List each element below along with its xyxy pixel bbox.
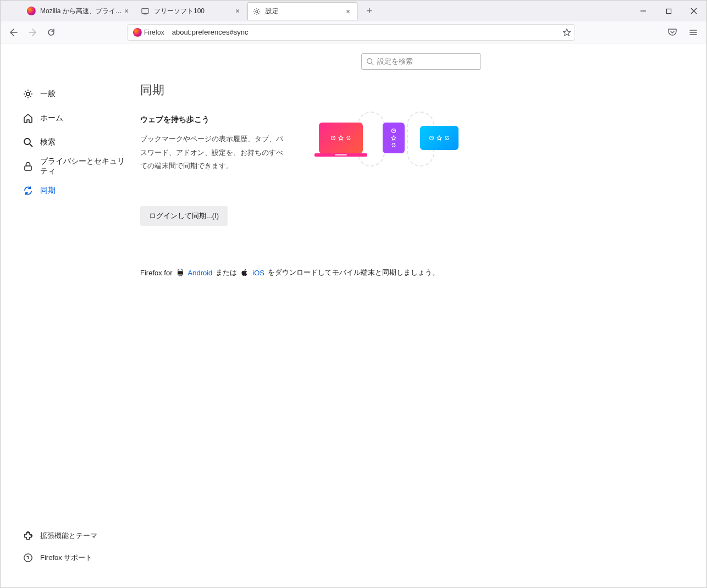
- svg-rect-15: [25, 166, 31, 170]
- tablet-icon: [383, 123, 405, 153]
- svg-point-2: [256, 10, 258, 12]
- hamburger-menu-icon[interactable]: [684, 24, 702, 41]
- sync-icon: [23, 185, 34, 196]
- window-controls: [631, 1, 706, 21]
- lock-icon: [23, 161, 34, 172]
- sidebar-item-search[interactable]: 検索: [23, 130, 127, 154]
- android-link[interactable]: Android: [188, 269, 213, 277]
- svg-line-11: [372, 63, 374, 65]
- tab-mozilla[interactable]: Mozilla から高速、プライベート、無... ×: [23, 2, 135, 20]
- download-middle: または: [216, 268, 237, 278]
- sidebar-item-support[interactable]: Firefox サポート: [23, 550, 97, 565]
- home-icon: [23, 113, 34, 124]
- reload-button[interactable]: [42, 24, 60, 41]
- svg-point-13: [24, 138, 30, 145]
- svg-rect-0: [142, 9, 148, 14]
- svg-rect-4: [666, 9, 671, 13]
- close-window-button[interactable]: [681, 1, 706, 21]
- tab-label: Mozilla から高速、プライベート、無...: [40, 7, 122, 16]
- site-favicon-icon: [141, 7, 150, 15]
- svg-line-14: [30, 144, 32, 147]
- tab-label: フリーソフト100: [154, 7, 233, 16]
- tab-strip: Mozilla から高速、プライベート、無... × フリーソフト100 × 設…: [23, 1, 631, 21]
- toolbar: Firefox about:preferences#sync: [1, 21, 706, 43]
- android-icon: [176, 268, 185, 277]
- sidebar-item-general[interactable]: 一般: [23, 82, 127, 106]
- close-icon[interactable]: ×: [233, 7, 242, 15]
- svg-point-10: [367, 59, 372, 64]
- forward-button[interactable]: [24, 24, 41, 41]
- sync-illustration: [312, 109, 457, 170]
- sidebar-item-sync[interactable]: 同期: [23, 179, 127, 203]
- phone-icon: [420, 126, 459, 150]
- sidebar-item-home[interactable]: ホーム: [23, 106, 127, 130]
- apple-icon: [240, 268, 249, 277]
- question-icon: [23, 552, 34, 563]
- sidebar-item-label: ホーム: [40, 113, 63, 123]
- close-icon[interactable]: ×: [344, 7, 352, 16]
- sidebar-item-label: Firefox サポート: [40, 553, 92, 563]
- maximize-button[interactable]: [656, 1, 681, 21]
- pocket-icon[interactable]: [664, 24, 681, 41]
- tab-label: 設定: [266, 7, 344, 16]
- tab-settings[interactable]: 設定 ×: [247, 2, 357, 20]
- gear-icon: [252, 7, 261, 16]
- sidebar-item-privacy[interactable]: プライバシーとセキュリティ: [23, 154, 127, 179]
- identity-box[interactable]: Firefox: [131, 27, 170, 37]
- url-bar[interactable]: Firefox about:preferences#sync: [127, 24, 575, 41]
- laptop-icon: [319, 123, 363, 153]
- search-placeholder: 設定を検索: [377, 57, 413, 66]
- sidebar-item-label: 一般: [40, 89, 56, 99]
- settings-search-input[interactable]: 設定を検索: [361, 53, 481, 70]
- bookmark-star-icon[interactable]: [562, 28, 571, 37]
- back-button[interactable]: [5, 24, 23, 41]
- download-suffix: をダウンロードしてモバイル端末と同期しましょう。: [268, 268, 439, 278]
- page-title: 同期: [140, 82, 457, 98]
- minimize-button[interactable]: [631, 1, 656, 21]
- sidebar-item-label: 検索: [40, 137, 56, 147]
- svg-rect-1: [143, 14, 146, 14]
- puzzle-icon: [23, 530, 34, 541]
- firefox-logo-icon: [133, 28, 142, 37]
- sidebar-item-addons[interactable]: 拡張機能とテーマ: [23, 528, 97, 543]
- identity-label: Firefox: [144, 29, 164, 36]
- content-area: 設定を検索 一般 ホーム 検索: [1, 43, 706, 587]
- close-icon[interactable]: ×: [122, 7, 131, 15]
- ios-link[interactable]: iOS: [252, 269, 264, 277]
- sync-subheading: ウェブを持ち歩こう: [140, 115, 290, 125]
- main-panel: 同期 ウェブを持ち歩こう ブックマークやページの表示履歴、タブ、パスワード、アド…: [127, 43, 479, 587]
- sidebar-item-label: プライバシーとセキュリティ: [40, 157, 127, 176]
- search-icon: [23, 137, 34, 148]
- svg-point-12: [26, 92, 30, 96]
- new-tab-button[interactable]: +: [362, 3, 377, 19]
- firefox-favicon-icon: [27, 7, 36, 15]
- gear-icon: [23, 88, 34, 99]
- login-sync-button[interactable]: ログインして同期...(I): [140, 206, 228, 226]
- settings-sidebar: 一般 ホーム 検索 プライバシーとセキュリティ: [1, 43, 127, 587]
- sidebar-item-label: 同期: [40, 186, 56, 196]
- download-hint: Firefox for Android または iOS をダウンロードしてモバイ…: [140, 268, 457, 278]
- tab-freesoft[interactable]: フリーソフト100 ×: [136, 2, 246, 20]
- download-prefix: Firefox for: [140, 269, 173, 277]
- sync-description: ブックマークやページの表示履歴、タブ、パスワード、アドオン、設定を、お持ちのすべ…: [140, 132, 290, 173]
- titlebar: Mozilla から高速、プライベート、無... × フリーソフト100 × 設…: [1, 1, 706, 21]
- svg-rect-28: [178, 271, 183, 274]
- url-text: about:preferences#sync: [170, 28, 562, 36]
- sidebar-item-label: 拡張機能とテーマ: [40, 531, 97, 541]
